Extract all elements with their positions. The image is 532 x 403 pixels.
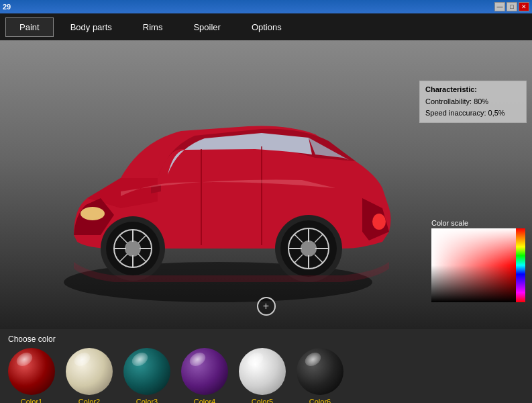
- maximize-button[interactable]: □: [507, 2, 517, 11]
- info-panel: Characteristic: Controllability: 80% Spe…: [419, 81, 527, 123]
- menu-spoiler[interactable]: Spoiler: [179, 17, 234, 37]
- car-svg: [34, 74, 403, 302]
- car-display: [34, 74, 403, 302]
- swatch-ball-color1: [8, 348, 55, 395]
- controllability-label: Controllability: 80%: [425, 96, 521, 108]
- svg-point-2: [372, 214, 386, 230]
- titlebar: 29 — □ ✕: [0, 0, 532, 13]
- swatch-color4[interactable]: Color4: [181, 348, 228, 403]
- bottom-panel: Choose color Color1Color2Color3Color4Col…: [0, 329, 532, 403]
- menu-paint[interactable]: Paint: [5, 17, 54, 37]
- close-button[interactable]: ✕: [519, 2, 529, 11]
- svg-point-18: [301, 240, 317, 257]
- svg-point-1: [81, 207, 105, 220]
- window-title: 29: [3, 3, 11, 11]
- swatch-label-color3: Color3: [136, 398, 158, 403]
- viewport: Characteristic: Controllability: 80% Spe…: [0, 40, 532, 329]
- swatch-color2[interactable]: Color2: [66, 348, 113, 403]
- swatch-ball-color4: [181, 348, 228, 395]
- swatch-ball-color2: [66, 348, 113, 395]
- color-swatches: Color1Color2Color3Color4Color5Color6: [8, 348, 524, 403]
- menu-body-parts[interactable]: Body parts: [56, 17, 126, 37]
- menu-rims[interactable]: Rims: [129, 17, 177, 37]
- speed-label: Speed inaccuracy: 0,5%: [425, 107, 521, 120]
- color-scale-title: Color scale: [431, 219, 525, 227]
- swatch-color1[interactable]: Color1: [8, 348, 55, 403]
- color-scale-panel: Color scale: [431, 219, 525, 302]
- window-controls: — □ ✕: [494, 2, 529, 11]
- color-scale-box[interactable]: [431, 228, 525, 302]
- swatch-color3[interactable]: Color3: [123, 348, 170, 403]
- gradient-picker[interactable]: [431, 228, 516, 302]
- hue-slider[interactable]: [516, 228, 525, 302]
- menubar: Paint Body parts Rims Spoiler Options: [0, 13, 532, 40]
- choose-color-label: Choose color: [8, 334, 524, 344]
- swatch-label-color1: Color1: [21, 398, 42, 403]
- swatch-color6[interactable]: Color6: [297, 348, 343, 403]
- swatch-label-color5: Color5: [252, 398, 273, 403]
- minimize-button[interactable]: —: [494, 2, 505, 11]
- zoom-icon[interactable]: +: [257, 297, 276, 316]
- info-title: Characteristic:: [425, 84, 521, 96]
- swatch-ball-color3: [123, 348, 170, 395]
- swatch-ball-color6: [297, 348, 343, 395]
- swatch-ball-color5: [239, 348, 286, 395]
- swatch-label-color6: Color6: [309, 398, 331, 403]
- menu-options[interactable]: Options: [237, 17, 296, 37]
- swatch-label-color4: Color4: [194, 398, 215, 403]
- swatch-color5[interactable]: Color5: [239, 348, 286, 403]
- swatch-label-color2: Color2: [78, 398, 100, 403]
